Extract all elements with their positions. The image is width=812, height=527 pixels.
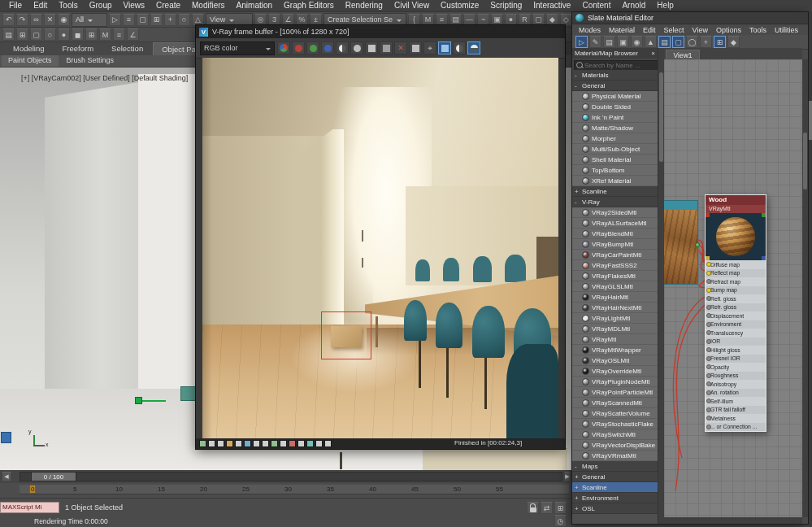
vfb-status-icon-3[interactable] bbox=[226, 440, 233, 447]
material-item-vrayscannedmtl[interactable]: VRayScannedMtl bbox=[572, 398, 658, 408]
material-item-vraymtl[interactable]: VRayMtl bbox=[572, 334, 658, 345]
material-item-matte-shadow[interactable]: Matte/Shadow bbox=[572, 123, 658, 133]
node-output-socket[interactable] bbox=[695, 242, 700, 247]
node-slot-an-rotation[interactable]: An. rotation bbox=[706, 389, 766, 398]
viewport-layout-icon[interactable]: ⊞ bbox=[16, 28, 28, 41]
vfb-status-icon-10[interactable] bbox=[289, 440, 296, 447]
node-slot-metalness[interactable]: Metalness bbox=[706, 414, 766, 423]
pick-material-icon[interactable]: ✎ bbox=[589, 36, 601, 48]
browser-scrollbar-thumb[interactable] bbox=[659, 72, 663, 162]
material-item-vrayblendmtl[interactable]: VRayBlendMtl bbox=[572, 229, 658, 239]
compare-vertical-icon[interactable] bbox=[467, 41, 480, 54]
search-input[interactable] bbox=[584, 62, 658, 69]
material-item-vraymtlwrapper[interactable]: VRayMtlWrapper bbox=[572, 345, 658, 355]
zoom-tool-icon[interactable]: ◯ bbox=[686, 36, 698, 48]
render-preview-icon[interactable]: ◆ bbox=[727, 36, 740, 48]
menu-arnold[interactable]: Arnold bbox=[616, 0, 651, 11]
vfb-status-icon-8[interactable] bbox=[271, 440, 278, 447]
layout-all-icon[interactable]: ⊞ bbox=[714, 36, 726, 48]
slot-socket-icon[interactable] bbox=[706, 322, 711, 327]
material-item-top-bottom[interactable]: Top/Bottom bbox=[572, 165, 658, 176]
vfb-status-icon-7[interactable] bbox=[262, 440, 269, 447]
slate-title-bar[interactable]: Slate Material Editor bbox=[572, 12, 808, 24]
wood-texture-node-header[interactable] bbox=[664, 201, 697, 210]
slot-socket-icon[interactable] bbox=[706, 425, 711, 429]
node-slot-displacement[interactable]: Displacement bbox=[706, 311, 766, 320]
redo-icon[interactable]: ↷ bbox=[16, 14, 28, 26]
vfb-status-icon-0[interactable] bbox=[199, 440, 206, 447]
material-item-ink-n-paint[interactable]: Ink 'n Paint bbox=[572, 112, 658, 123]
menu-group[interactable]: Group bbox=[84, 0, 118, 11]
browser-section-osl[interactable]: +OSL bbox=[572, 503, 658, 514]
canvas-h-scrollbar[interactable] bbox=[664, 517, 802, 524]
compare-horizontal-icon[interactable] bbox=[453, 41, 466, 54]
selection-lock-toggle[interactable] bbox=[527, 502, 539, 514]
menu-civil-view[interactable]: Civil View bbox=[389, 0, 435, 11]
ribbon-tab-modeling[interactable]: Modeling bbox=[5, 42, 53, 55]
material-item-vray2sidedmtl[interactable]: VRay2SidedMtl bbox=[572, 207, 658, 218]
window-crossing-icon[interactable]: ⊞ bbox=[150, 14, 163, 26]
clear-image-icon[interactable]: ✕ bbox=[394, 41, 407, 54]
slot-socket-icon[interactable] bbox=[706, 390, 711, 395]
show-map-in-viewport-icon[interactable]: ▣ bbox=[617, 36, 629, 48]
vray-frame-buffer-window[interactable]: V V-Ray frame buffer - [100% of 1280 x 7… bbox=[195, 24, 566, 450]
material-item-vrayflakesmtl[interactable]: VRayFlakesMtl bbox=[572, 271, 658, 281]
menu-modifiers[interactable]: Modifiers bbox=[186, 0, 231, 11]
browser-section-scanline[interactable]: +Scanline bbox=[572, 482, 658, 493]
vfb-render-image[interactable] bbox=[202, 58, 558, 440]
ribbon-subtab-brush-settings[interactable]: Brush Settings bbox=[60, 55, 121, 67]
slot-socket-icon[interactable] bbox=[706, 407, 711, 412]
node-slot-refract-map[interactable]: Refract map bbox=[706, 277, 766, 286]
vfb-status-icon-14[interactable] bbox=[324, 440, 332, 447]
material-item-physical-material[interactable]: Physical Material bbox=[572, 91, 658, 102]
node-slot-self-illum[interactable]: Self-illum bbox=[706, 397, 766, 406]
slate-menu-material[interactable]: Material bbox=[605, 26, 639, 34]
selection-filter-dropdown[interactable]: All bbox=[72, 13, 107, 27]
material-item-shell-material[interactable]: Shell Material bbox=[572, 155, 658, 165]
slot-socket-icon[interactable] bbox=[706, 356, 711, 361]
grid-helper-icon[interactable]: ⊞ bbox=[85, 28, 98, 41]
alpha-channel-icon[interactable] bbox=[336, 41, 349, 54]
move-gizmo-axis[interactable] bbox=[138, 400, 166, 402]
browser-section-maps[interactable]: -Maps bbox=[572, 461, 658, 472]
menu-help[interactable]: Help bbox=[651, 0, 680, 11]
node-slot-refl-gloss[interactable]: Refl. gloss bbox=[706, 294, 766, 303]
array-tool-icon[interactable]: ≡ bbox=[113, 28, 125, 41]
browser-scrollbar[interactable] bbox=[658, 48, 664, 524]
material-item-xref-material[interactable]: XRef Material bbox=[572, 176, 658, 186]
menu-graph-editors[interactable]: Graph Editors bbox=[278, 0, 340, 11]
time-slider-handle[interactable]: 0 / 100 bbox=[31, 472, 76, 481]
browser-section-general[interactable]: +General bbox=[572, 472, 658, 482]
vfb-status-icon-13[interactable] bbox=[315, 440, 323, 447]
material-item-vrayglslmtl[interactable]: VRayGLSLMtl bbox=[572, 281, 658, 292]
node-slot-ior[interactable]: IOR bbox=[706, 338, 766, 346]
node-slot-hilight-gloss[interactable]: Hilight gloss bbox=[706, 346, 766, 355]
app-right-scrollbar[interactable] bbox=[809, 11, 812, 527]
material-item-morpher[interactable]: Morpher bbox=[572, 133, 658, 144]
material-item-multi-sub-object[interactable]: Multi/Sub-Object bbox=[572, 144, 658, 155]
vfb-status-icon-11[interactable] bbox=[297, 440, 305, 447]
slot-socket-icon[interactable] bbox=[706, 305, 711, 310]
put-to-library-icon[interactable]: ▤ bbox=[603, 36, 615, 48]
grid-settings-button[interactable]: ⊞ bbox=[554, 502, 567, 514]
select-and-rotate-icon[interactable]: ○ bbox=[178, 14, 190, 26]
browser-section-general[interactable]: -General bbox=[572, 81, 658, 91]
primitive-box-icon[interactable]: ◼ bbox=[72, 28, 84, 41]
bind-to-spacewarp-icon[interactable]: ◉ bbox=[58, 14, 70, 26]
material-item-vraycarpaintmtl[interactable]: VRayCarPaintMtl bbox=[572, 250, 658, 260]
node-slot-or-connection[interactable]: ... or Connection ... bbox=[706, 423, 766, 432]
slot-socket-icon[interactable] bbox=[706, 288, 711, 293]
vfb-status-icon-4[interactable] bbox=[235, 440, 242, 447]
node-slot-diffuse-map[interactable]: Diffuse map bbox=[706, 260, 766, 269]
node-slot-opacity[interactable]: Opacity bbox=[706, 363, 766, 372]
time-configuration-button[interactable]: ◷ bbox=[554, 515, 567, 527]
vfb-status-icon-1[interactable] bbox=[208, 440, 215, 447]
material-item-vrayoslmtl[interactable]: VRayOSLMtl bbox=[572, 355, 658, 366]
unlink-selection-icon[interactable]: ✕ bbox=[44, 14, 56, 26]
menu-file[interactable]: File bbox=[3, 0, 28, 11]
canvas-scrollbar[interactable] bbox=[802, 59, 808, 517]
menu-create[interactable]: Create bbox=[150, 0, 186, 11]
viewport-label[interactable]: [+] [VRayCam002] [User Defined] [Default… bbox=[21, 74, 188, 82]
menu-content[interactable]: Content bbox=[576, 0, 616, 11]
menu-interactive[interactable]: Interactive bbox=[528, 0, 576, 11]
